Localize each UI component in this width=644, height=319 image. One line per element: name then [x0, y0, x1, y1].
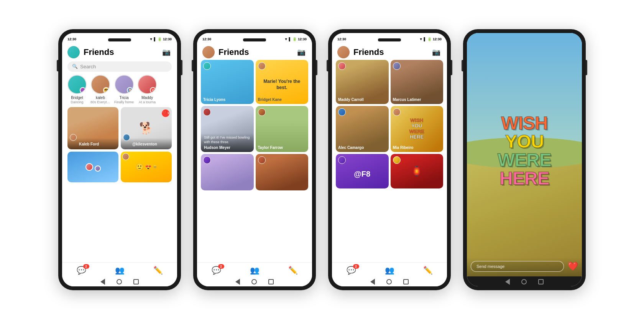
nav-compose-1[interactable]: ✏️: [153, 266, 163, 275]
story-cell-emoji[interactable]: 🙂 😍 😊: [121, 152, 172, 182]
story-cell-lantern[interactable]: 🏮: [391, 154, 444, 188]
compose-icon-1: ✏️: [153, 266, 163, 275]
back-btn-3[interactable]: [370, 279, 375, 285]
time-label-1: 12:30: [163, 37, 172, 41]
story-cell-bridget-kane[interactable]: Marie! You're the best. Bridget Kane: [256, 60, 309, 104]
messages-badge-3: 2: [353, 264, 359, 269]
cell-name-tricia: Tricia Lyons: [203, 98, 225, 102]
notch-camera-3: [378, 38, 401, 41]
story-cell-redhair[interactable]: [256, 154, 309, 190]
home-btn-2[interactable]: [251, 279, 257, 284]
nav-messages-3[interactable]: 💬 2: [347, 266, 356, 275]
story-fullscreen: Mia Ribeiro 30min ⋮ WISH YOU WERE: [467, 33, 582, 276]
send-message-field[interactable]: Send message: [471, 261, 564, 272]
back-btn-4[interactable]: [505, 279, 510, 285]
story-cell-hudson[interactable]: Still got it! I've missed bowling with t…: [201, 106, 254, 152]
stories-row-1: 💜 Bridget Dancing 😎 kaleb 80s Everything…: [62, 75, 177, 107]
story-cell-maddy-carroll[interactable]: Maddy Carroll: [336, 60, 389, 104]
cell-name-alec: Alec Camargo: [338, 145, 364, 150]
search-text-1: Search: [80, 64, 96, 69]
wish-text-display: WISH YOU WERE HERE: [473, 114, 576, 188]
nav-compose-3[interactable]: ✏️: [423, 266, 433, 275]
cell-text-bridget: Marie! You're the best.: [256, 71, 309, 92]
wish-line-wish: WISH: [473, 114, 576, 132]
nav-messages-2[interactable]: 💬 2: [212, 266, 221, 275]
recents-btn-2[interactable]: [268, 279, 274, 284]
signal-icon-3: ▌: [424, 37, 426, 41]
story-cell-mia-ribeiro[interactable]: WISH YOU WERE HERE Mia Ribeiro: [391, 106, 444, 152]
story-footer: Send message ❤️: [467, 257, 582, 276]
recents-btn-3[interactable]: [403, 279, 409, 284]
signal-icon: ▌: [154, 37, 156, 41]
story-cell-taylor[interactable]: Taylor Farrow: [256, 106, 309, 152]
notch-camera: [108, 38, 131, 41]
wifi-icon-2: ▼: [284, 37, 288, 41]
messages-badge-2: 2: [218, 264, 224, 269]
story-cell-marcus-latimer[interactable]: Marcus Latimer: [391, 60, 444, 104]
story-cell-kaleb-ford[interactable]: Kaleb Ford: [67, 107, 118, 149]
phone-4: Mia Ribeiro 30min ⋮ WISH YOU WERE: [463, 29, 586, 290]
story-cell-wave[interactable]: [67, 152, 118, 182]
search-bar-1[interactable]: 🔍 Search: [67, 61, 172, 72]
story-cell-alec-camargo[interactable]: Alec Camargo: [336, 106, 389, 152]
user-avatar-2: [202, 46, 215, 58]
story-name-tricia: Tricia: [119, 96, 128, 100]
camera-icon-2[interactable]: 📷: [296, 47, 307, 58]
story-sub-bridget: Dancing: [71, 100, 83, 104]
camera-icon-1[interactable]: 📷: [161, 47, 172, 58]
story-cell-tricia-lyons[interactable]: Tricia Lyons: [201, 60, 254, 104]
nav-compose-2[interactable]: ✏️: [288, 266, 298, 275]
story-kaleb[interactable]: 😎 kaleb 80s Everything: [90, 75, 110, 104]
recents-btn-4[interactable]: [538, 279, 544, 284]
wish-line-you: YOU: [473, 132, 576, 151]
home-btn-3[interactable]: [386, 279, 392, 284]
story-bridget[interactable]: 💜 Bridget Dancing: [67, 75, 87, 104]
story-name-bridget: Bridget: [71, 96, 83, 100]
content-grid-2: Tricia Lyons Marie! You're the best. Bri…: [197, 60, 312, 262]
app-title-1: Friends: [84, 47, 161, 57]
wish-line-were: WERE: [473, 151, 576, 169]
battery-icon-3: 🔋: [427, 37, 432, 41]
time-label-3: 12:30: [433, 37, 442, 41]
android-nav-2: [197, 276, 312, 286]
nav-friends-2[interactable]: 👥: [250, 266, 260, 275]
friends-icon-1: 👥: [115, 266, 125, 275]
wifi-icon: ▼: [150, 37, 153, 41]
phone-2: 12:30 ▼ ▌ 🔋 12:30 Friends 📷 Tricia Lyons: [193, 29, 316, 290]
app-header-2: Friends 📷: [197, 44, 312, 60]
nav-messages-1[interactable]: 💬 2: [77, 266, 86, 275]
cell-name-mia: Mia Ribeiro: [393, 145, 414, 150]
story-cell-dog[interactable]: 🐕 ❤️1 @kilesven​ton: [121, 107, 172, 149]
status-time-3: 12:30: [337, 37, 349, 41]
cell-name-taylor: Taylor Farrow: [258, 145, 283, 150]
f8-text: @F8: [354, 170, 370, 179]
back-btn-2[interactable]: [235, 279, 240, 285]
story-cell-f8[interactable]: @F8: [336, 154, 389, 188]
story-tricia[interactable]: 🏠 Tricia Finally home: [114, 75, 134, 104]
nav-friends-1[interactable]: 👥: [115, 266, 125, 275]
status-time-1: 12:30: [67, 37, 79, 41]
android-nav-3: [332, 276, 447, 286]
messages-badge-1: 2: [83, 264, 89, 269]
home-btn-4[interactable]: [521, 279, 527, 284]
story-sub-tricia: Finally home: [114, 100, 134, 104]
cell-name-bridget: Bridget Kane: [258, 98, 282, 102]
user-avatar-1: [67, 46, 80, 58]
app-title-2: Friends: [219, 47, 296, 57]
home-btn-1[interactable]: [117, 279, 122, 284]
content-grid-3: Maddy Carroll Marcus Latimer Alec Camarg…: [332, 60, 447, 262]
app-header-3: Friends 📷: [332, 44, 447, 60]
cell-text-hudson: Still got it! I've missed bowling with t…: [204, 136, 251, 144]
compose-icon-3: ✏️: [423, 266, 433, 275]
android-nav-4: [467, 276, 582, 286]
heart-reaction-button[interactable]: ❤️: [568, 261, 578, 271]
search-icon-1: 🔍: [72, 64, 78, 69]
recents-btn-1[interactable]: [133, 279, 139, 284]
story-cell-lavender[interactable]: [201, 154, 254, 190]
story-sub-kaleb: 80s Everything: [90, 100, 110, 104]
story-maddy[interactable]: 10 Maddy At a tourna: [138, 75, 157, 104]
back-btn-1[interactable]: [100, 279, 105, 285]
camera-icon-3[interactable]: 📷: [431, 47, 442, 58]
wish-line-here: HERE: [473, 169, 576, 188]
nav-friends-3[interactable]: 👥: [385, 266, 394, 275]
